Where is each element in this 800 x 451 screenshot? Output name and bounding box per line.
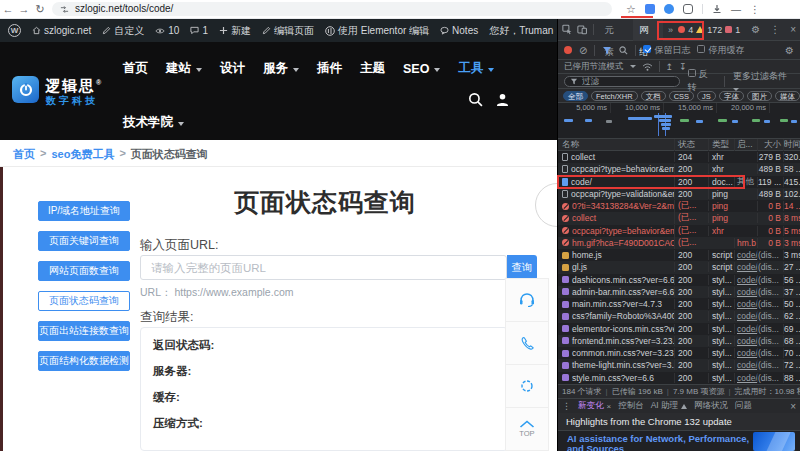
filter-chip[interactable]: Fetch/XHR — [591, 91, 638, 101]
admin-bar-account[interactable]: 您好，Truman — [489, 24, 557, 38]
initiator-link[interactable]: code/ — [737, 348, 757, 358]
network-row[interactable]: gl.js200scriptcode/(dis...27 ... — [558, 261, 800, 273]
search-icon[interactable] — [619, 46, 628, 55]
request-initiator[interactable]: code/ — [734, 348, 757, 358]
devtools-menu-icon[interactable]: ⋮ — [770, 24, 780, 35]
request-initiator[interactable]: code/ — [734, 262, 757, 272]
close-tab-icon[interactable]: × — [607, 402, 612, 411]
network-overview-timeline[interactable]: 5,000 ms10,000 ms15,000 ms20,000 ms — [558, 103, 800, 139]
filter-funnel-icon[interactable] — [602, 46, 612, 55]
phone-button[interactable] — [506, 322, 548, 365]
initiator-link[interactable]: code/ — [737, 373, 757, 383]
network-row[interactable]: admin-bar.min.css?ver=6.6200styl...code/… — [558, 286, 800, 298]
network-row[interactable]: dashicons.min.css?ver=6.6200styl...code/… — [558, 274, 800, 286]
column-header[interactable]: 大小 — [757, 139, 783, 151]
initiator-link[interactable]: code/ — [737, 324, 757, 334]
tab-elements[interactable]: 元素 — [599, 19, 629, 41]
request-initiator[interactable]: code/ — [734, 311, 757, 321]
admin-bar-new[interactable]: 新建 — [219, 24, 251, 38]
filter-chip[interactable]: 全部 — [563, 91, 588, 101]
request-initiator[interactable]: code/ — [734, 299, 757, 309]
initiator-link[interactable]: code/ — [737, 275, 757, 285]
reload-icon[interactable]: ↻ — [32, 3, 48, 16]
filter-chip[interactable]: 文档 — [641, 91, 666, 101]
minimize-icon[interactable]: — — [731, 4, 741, 15]
nav-item-6[interactable]: SEO — [403, 62, 440, 76]
network-row[interactable]: theme-light.min.css?ver=3.23.4200styl...… — [558, 359, 800, 371]
import-har-icon[interactable]: ↥ — [666, 62, 674, 72]
browser-menu-icon[interactable]: ⋮ — [750, 4, 760, 15]
inspect-element-icon[interactable] — [562, 24, 572, 35]
wechat-qr-button[interactable] — [506, 365, 548, 408]
column-header[interactable]: 时间 — [783, 139, 800, 151]
throttle-select[interactable]: 已停用节流模式 — [564, 61, 624, 73]
network-row[interactable]: ocpcapi?type=behavior&emd...⟳(已...xhr0 B… — [558, 225, 800, 237]
initiator-link[interactable]: code/ — [737, 336, 757, 346]
network-row[interactable]: ocpcapi?type=validation&emd=...200ping48… — [558, 188, 800, 200]
drawer-close-icon[interactable]: × — [790, 401, 796, 412]
column-header[interactable]: 名称 — [558, 139, 674, 151]
column-header[interactable]: 状态 — [674, 139, 708, 151]
filter-input[interactable] — [582, 76, 662, 86]
network-row[interactable]: collect(已...ping0 B8 ms — [558, 212, 800, 224]
drawer-tab-2[interactable]: AI 助理 — [651, 400, 687, 412]
console-badges[interactable]: 4 172 1 — [678, 25, 740, 35]
devtools-close-icon[interactable]: × — [790, 24, 796, 35]
floating-circle-widget[interactable] — [535, 183, 557, 227]
nav-item-0[interactable]: 首页 — [123, 60, 148, 77]
sidebar-tool-button[interactable]: 页面结构化数据检测 — [38, 351, 130, 371]
sidebar-tool-button[interactable]: 页面出站连接数查询 — [38, 321, 130, 341]
clear-icon[interactable]: ⊘ — [579, 45, 587, 56]
customer-service-button[interactable] — [506, 279, 548, 322]
filter-chip[interactable]: 图片 — [747, 91, 772, 101]
nav-item-1[interactable]: 建站 — [166, 60, 202, 77]
admin-bar-elementor[interactable]: 使用 Elementor 编辑 — [325, 24, 429, 38]
search-icon[interactable] — [468, 92, 483, 107]
nav-item-3[interactable]: 服务 — [263, 60, 299, 77]
initiator-link[interactable]: code/ — [737, 250, 757, 260]
drawer-tab-4[interactable]: 问题 — [735, 400, 752, 412]
sidebar-tool-button[interactable]: 网站页面数查询 — [38, 261, 130, 281]
initiator-link[interactable]: code/ — [737, 311, 757, 321]
initiator-link[interactable]: code/ — [737, 262, 757, 272]
download-icon[interactable] — [712, 4, 722, 14]
whats-new-article-title[interactable]: AI assistance for Network, Performance, … — [567, 434, 752, 451]
drawer-tab-0[interactable]: 新变化× — [578, 400, 611, 412]
request-initiator[interactable]: code/ — [734, 373, 757, 383]
admin-bar-customize[interactable]: 自定义 — [102, 24, 144, 38]
sidebar-tool-button[interactable]: IP/域名地址查询 — [38, 201, 130, 221]
admin-bar-comments[interactable]: 1 — [190, 25, 208, 36]
admin-bar-views[interactable]: 10 — [155, 25, 179, 36]
network-row[interactable]: collect204xhr279 B320... — [558, 151, 800, 163]
network-row[interactable]: 0?ti=343138284&Ver=2&mid=c...(已...ping0 … — [558, 200, 800, 212]
request-initiator[interactable]: code/ — [734, 336, 757, 346]
network-row[interactable]: home.js200scriptcode/(dis...3 ms — [558, 249, 800, 261]
network-row[interactable]: css?family=Roboto%3A400&dis...200styl...… — [558, 310, 800, 322]
network-row[interactable]: style.min.css?ver=6.6200styl...code/(dis… — [558, 372, 800, 384]
drawer-tab-3[interactable]: 网络状况 — [694, 400, 728, 412]
back-icon[interactable]: ← — [0, 3, 16, 15]
device-toolbar-icon[interactable] — [577, 24, 587, 35]
query-button[interactable]: 查询 — [507, 255, 537, 280]
network-row[interactable]: code/200doc...其他119 ...415... — [558, 176, 800, 188]
address-bar[interactable]: szlogic.net/tools/code/ — [52, 2, 612, 16]
admin-bar-edit-page[interactable]: 编辑页面 — [262, 24, 314, 38]
admin-bar-notes[interactable]: Notes — [440, 25, 478, 36]
whats-new-highlights[interactable]: Highlights from the Chrome 132 update — [558, 413, 800, 431]
network-row[interactable]: ocpcapi?type=behavior&emd=e...200xhr489 … — [558, 163, 800, 175]
forward-icon[interactable]: → — [16, 3, 32, 15]
user-icon[interactable] — [495, 92, 510, 107]
request-initiator[interactable]: code/ — [734, 275, 757, 285]
more-tabs-icon[interactable]: » — [668, 25, 673, 35]
devtools-settings-icon[interactable]: ⚙ — [751, 24, 760, 35]
request-initiator[interactable]: code/ — [734, 360, 757, 370]
extensions-puzzle-icon[interactable] — [683, 4, 693, 14]
breadcrumb-item[interactable]: 首页 — [13, 147, 35, 162]
network-conditions-icon[interactable] — [642, 63, 653, 71]
sidebar-tool-button[interactable]: 页面关键词查询 — [38, 231, 130, 251]
wp-logo-icon[interactable]: W — [8, 24, 21, 37]
nav-item-7[interactable]: 工具 — [458, 60, 494, 77]
initiator-link[interactable]: code/ — [737, 360, 757, 370]
filter-chip[interactable]: JS — [697, 91, 716, 101]
request-initiator[interactable]: code/ — [734, 324, 757, 334]
